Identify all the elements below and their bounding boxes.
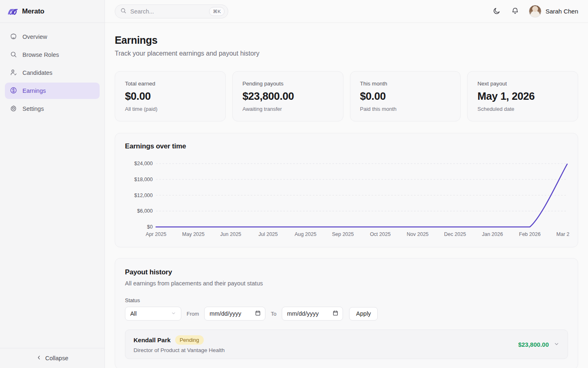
gear-icon: [10, 105, 17, 113]
sidebar-item-label: Settings: [22, 105, 44, 112]
stat-card-this-month: This month $0.00 Paid this month: [350, 71, 461, 121]
y-axis-tick: $12,000: [134, 193, 153, 198]
x-axis-tick: Aug 2025: [294, 231, 316, 237]
earnings-chart-card: Earnings over time $0$6,000$12,000$18,00…: [115, 133, 578, 247]
payout-row-left: Kendall Park Pending Director of Product…: [134, 335, 225, 353]
sidebar-item-candidates[interactable]: Candidates: [5, 65, 100, 81]
x-axis-tick: Mar 2026: [557, 231, 569, 237]
page-subtitle: Track your placement earnings and payout…: [115, 50, 578, 57]
sidebar-nav: Overview Browse Roles Candidates Earning…: [0, 23, 105, 348]
home-icon: [10, 33, 17, 41]
x-axis-tick: Jan 2026: [482, 231, 503, 237]
date-placeholder: mm/dd/yyyy: [287, 310, 318, 317]
dollar-circle-icon: [10, 87, 17, 95]
y-axis-tick: $18,000: [134, 177, 153, 182]
x-axis-tick: May 2025: [182, 231, 205, 237]
stat-value: $0.00: [360, 90, 451, 103]
payout-row-right: $23,800.00: [518, 341, 559, 348]
dark-mode-toggle[interactable]: [492, 6, 501, 17]
x-axis-tick: Nov 2025: [407, 231, 429, 237]
stat-label: Next payout: [477, 81, 568, 87]
search-shortcut-badge: ⌘K: [209, 7, 225, 16]
sidebar-item-label: Earnings: [22, 88, 46, 94]
chevron-down-icon[interactable]: [554, 341, 559, 348]
x-axis-tick: Jul 2025: [258, 231, 278, 237]
payout-filters: All From mm/dd/yyyy To mm/dd/yyyy Apply: [125, 307, 568, 321]
from-date-input[interactable]: mm/dd/yyyy: [204, 307, 265, 321]
sidebar-item-overview[interactable]: Overview: [5, 29, 100, 45]
brand[interactable]: Merato: [0, 0, 105, 23]
stat-cards: Total earned $0.00 All time (paid) Pendi…: [115, 71, 578, 121]
payout-amount: $23,800.00: [518, 341, 549, 348]
stat-card-total-earned: Total earned $0.00 All time (paid): [115, 71, 226, 121]
user-name: Sarah Chen: [546, 8, 578, 15]
sidebar-item-settings[interactable]: Settings: [5, 101, 100, 117]
sidebar-item-label: Browse Roles: [22, 52, 59, 58]
to-date-input[interactable]: mm/dd/yyyy: [282, 307, 343, 321]
stat-caption: All time (paid): [125, 106, 216, 112]
chart-title: Earnings over time: [125, 142, 568, 150]
stat-card-next-payout: Next payout May 1, 2026 Scheduled date: [467, 71, 578, 121]
payout-row[interactable]: Kendall Park Pending Director of Product…: [125, 330, 568, 359]
top-bar: Search... ⌘K Sarah Chen: [105, 0, 588, 23]
user-menu[interactable]: Sarah Chen: [529, 5, 578, 18]
stat-value: $23,800.00: [243, 90, 333, 103]
avatar: [529, 5, 541, 18]
sidebar-item-browse-roles[interactable]: Browse Roles: [5, 47, 100, 63]
notifications-button[interactable]: [510, 6, 520, 17]
search-input[interactable]: Search... ⌘K: [115, 4, 228, 18]
x-axis-tick: Oct 2025: [370, 231, 391, 237]
payout-history-subtitle: All earnings from placements and their p…: [125, 280, 568, 287]
status-filter-label: Status: [125, 297, 568, 303]
sidebar-item-label: Candidates: [22, 70, 52, 76]
stat-card-pending-payouts: Pending payouts $23,800.00 Awaiting tran…: [232, 71, 343, 121]
payout-candidate-role: Director of Product at Vantage Health: [134, 347, 225, 353]
status-select[interactable]: All: [125, 307, 181, 321]
to-label: To: [271, 311, 276, 317]
calendar-icon: [332, 310, 339, 317]
merato-logo-icon: [7, 7, 18, 16]
x-axis-tick: Sep 2025: [332, 231, 354, 237]
stat-label: Total earned: [125, 81, 216, 87]
search-icon: [120, 7, 127, 16]
status-select-value: All: [130, 310, 137, 317]
y-axis-tick: $24,000: [134, 161, 153, 166]
x-axis-tick: Feb 2026: [519, 231, 541, 237]
date-placeholder: mm/dd/yyyy: [209, 310, 241, 317]
stat-value: May 1, 2026: [477, 90, 568, 103]
stat-value: $0.00: [125, 90, 216, 103]
sidebar-collapse-button[interactable]: Collapse: [0, 348, 105, 368]
stat-caption: Awaiting transfer: [243, 106, 333, 112]
stat-caption: Scheduled date: [477, 106, 568, 112]
sidebar: Merato Overview Browse Roles Candidates …: [0, 0, 105, 368]
payout-candidate-name: Kendall Park: [134, 337, 171, 343]
y-axis-tick: $0: [147, 224, 153, 230]
earnings-line-series: [156, 164, 567, 227]
search-icon: [10, 51, 17, 59]
bell-icon: [511, 7, 519, 16]
brand-name: Merato: [22, 7, 45, 16]
stat-label: Pending payouts: [243, 81, 333, 87]
collapse-label: Collapse: [45, 355, 68, 361]
x-axis-tick: Apr 2025: [146, 231, 167, 237]
stat-caption: Paid this month: [360, 106, 451, 112]
x-axis-tick: Dec 2025: [444, 231, 466, 237]
earnings-line-chart: $0$6,000$12,000$18,000$24,000Apr 2025May…: [125, 159, 568, 240]
sidebar-item-earnings[interactable]: Earnings: [5, 83, 100, 99]
payout-history-card: Payout history All earnings from placeme…: [115, 258, 578, 368]
main-content: Earnings Track your placement earnings a…: [105, 23, 588, 368]
calendar-icon: [255, 310, 261, 317]
status-badge: Pending: [175, 335, 204, 345]
search-placeholder: Search...: [130, 8, 205, 15]
x-axis-tick: Jun 2025: [220, 231, 241, 237]
page-title: Earnings: [115, 34, 578, 46]
stat-label: This month: [360, 81, 451, 87]
chevron-down-icon: [171, 310, 176, 317]
sidebar-item-label: Overview: [22, 34, 47, 40]
moon-icon: [493, 7, 501, 16]
from-label: From: [187, 311, 199, 317]
y-axis-tick: $6,000: [137, 208, 153, 214]
apply-button[interactable]: Apply: [349, 307, 378, 321]
chevron-left-icon: [36, 355, 42, 361]
payout-history-title: Payout history: [125, 268, 568, 276]
